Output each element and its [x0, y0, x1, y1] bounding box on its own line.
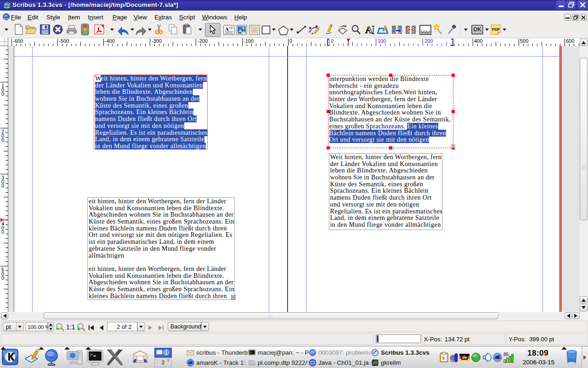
svg-text:-300: -300: [152, 38, 162, 44]
svg-text:86: 86: [503, 352, 509, 357]
svg-text:500: 500: [520, 38, 528, 44]
svg-text:-200: -200: [198, 38, 208, 44]
svg-text:1: 1: [165, 350, 168, 355]
svg-text:600: 600: [566, 38, 574, 44]
svg-text:-400: -400: [105, 38, 115, 44]
svg-text:0: 0: [289, 38, 292, 44]
svg-text:0: 0: [331, 38, 334, 44]
svg-text:PDF: PDF: [492, 27, 500, 32]
svg-text:0: 0: [1, 137, 4, 143]
svg-text:k: k: [442, 355, 445, 361]
svg-text:A: A: [225, 26, 229, 32]
svg-text:0: 0: [1, 183, 4, 189]
svg-text:0: 0: [1, 91, 4, 97]
svg-text:100: 100: [378, 38, 386, 44]
svg-text:-500: -500: [59, 38, 69, 44]
svg-text:400: 400: [474, 38, 482, 44]
svg-text:A: A: [365, 24, 373, 35]
svg-text:-600: -600: [13, 38, 23, 44]
svg-text:-100: -100: [243, 38, 254, 44]
svg-text:200: 200: [424, 38, 433, 44]
svg-text:0: 0: [1, 229, 4, 235]
svg-text:0: 0: [1, 275, 4, 281]
svg-text:de: de: [462, 355, 467, 360]
